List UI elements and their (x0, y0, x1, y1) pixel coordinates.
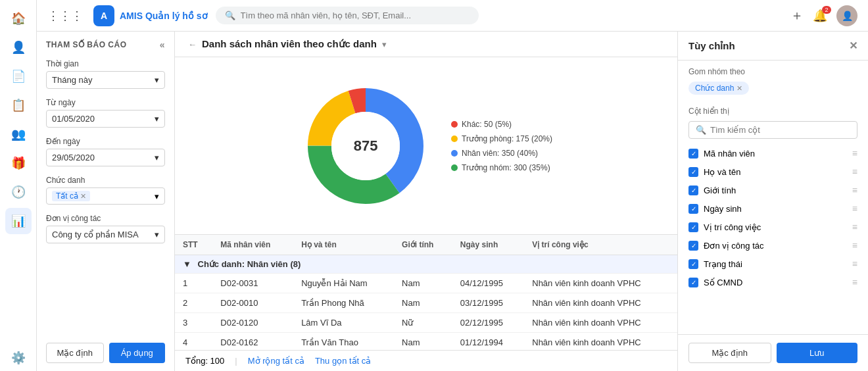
group-collapse-icon[interactable]: ▼ (183, 259, 191, 269)
legend-item-2: Nhân viên: 350 (40%) (451, 149, 552, 158)
legend-item-3: Trưởng nhóm: 300 (35%) (451, 163, 552, 172)
page-title: Danh sách nhân viên theo chức danh (202, 38, 377, 50)
col-search-input[interactable] (710, 125, 850, 135)
col-item-3: ✓ Ngày sinh ≡ (678, 199, 868, 218)
col-item-left-2: ✓ Giới tính (688, 186, 736, 195)
collapse-all-link[interactable]: Thu gọn tất cả (315, 356, 371, 366)
col-checkbox-1[interactable]: ✓ (688, 167, 698, 177)
nav-settings[interactable]: ⚙️ (5, 345, 32, 371)
col-item-left-7: ✓ Số CMND (688, 278, 742, 287)
col-item-6: ✓ Trạng thái ≡ (678, 255, 868, 273)
nav-home[interactable]: 🏠 (5, 5, 32, 32)
cell-ma-2: D02-0120 (212, 313, 293, 333)
time-label: Thời gian (37, 55, 174, 70)
position-select[interactable]: Tất cả ✕ ▾ (46, 187, 165, 205)
col-checkbox-6[interactable]: ✓ (688, 259, 698, 269)
cell-gt-0: Nam (394, 274, 452, 293)
group-tag-close-btn[interactable]: ✕ (736, 84, 742, 93)
legend-dot-1 (451, 136, 458, 142)
col-drag-handle-3[interactable]: ≡ (852, 203, 857, 214)
nav-user[interactable]: 👤 (5, 34, 32, 61)
cell-ns-0: 04/12/1995 (452, 274, 524, 293)
col-checkbox-5[interactable]: ✓ (688, 241, 698, 251)
col-checkbox-0[interactable]: ✓ (688, 149, 698, 159)
col-drag-handle-2[interactable]: ≡ (852, 185, 857, 195)
unit-select[interactable]: Công ty cổ phần MISA ▾ (46, 226, 165, 243)
col-label-1: Họ và tên (704, 167, 740, 177)
col-label-0: Mã nhân viên (704, 149, 755, 159)
cell-ten-3: Trần Văn Thao (293, 333, 394, 351)
col-drag-handle-1[interactable]: ≡ (852, 166, 857, 177)
col-checkbox-3[interactable]: ✓ (688, 204, 698, 214)
right-panel-close-btn[interactable]: ✕ (849, 39, 857, 52)
nav-docs[interactable]: 📄 (5, 63, 32, 89)
col-drag-handle-0[interactable]: ≡ (852, 148, 857, 159)
nav-time[interactable]: 🕐 (5, 179, 32, 205)
col-drag-handle-4[interactable]: ≡ (852, 222, 857, 232)
employee-table: STT Mã nhân viên Họ và tên Giới tính Ngà… (175, 235, 677, 350)
cell-vitri-2: Nhân viên kinh doanh VPHC (524, 313, 677, 333)
time-select[interactable]: Tháng này ▾ (46, 71, 165, 89)
cell-ns-2: 02/12/1995 (452, 313, 524, 333)
avatar[interactable]: 👤 (836, 5, 857, 26)
cell-ten-2: Lâm Vĩ Da (293, 313, 394, 333)
nav-chart[interactable]: 📊 (5, 208, 32, 234)
col-drag-handle-6[interactable]: ≡ (852, 259, 857, 269)
col-drag-handle-7[interactable]: ≡ (852, 277, 857, 287)
right-save-button[interactable]: Lưu (777, 343, 858, 363)
cell-ma-3: D02-0162 (212, 333, 293, 351)
group-tag-row: Chức danh ✕ (678, 79, 868, 100)
right-panel-footer: Mặc định Lưu (678, 334, 868, 371)
search-icon: 🔍 (225, 11, 235, 20)
col-item-2: ✓ Giới tính ≡ (678, 181, 868, 199)
panel-collapse-btn[interactable]: « (160, 39, 165, 50)
nav-gift[interactable]: 🎁 (5, 150, 32, 176)
grid-icon[interactable]: ⋮⋮⋮ (47, 9, 83, 23)
back-arrow[interactable]: ← (188, 39, 197, 49)
col-item-left-3: ✓ Ngày sinh (688, 204, 742, 214)
col-item-left-1: ✓ Họ và tên (688, 167, 740, 177)
col-search-box[interactable]: 🔍 (688, 121, 857, 139)
position-tag: Tất cả ✕ (52, 191, 90, 201)
search-input[interactable] (241, 11, 470, 20)
top-bar-right: ＋ 🔔 2 👤 (790, 5, 857, 26)
col-ten: Họ và tên (293, 235, 394, 255)
cell-stt-3: 4 (175, 333, 212, 351)
cell-ma-0: D02-0031 (212, 274, 293, 293)
add-icon[interactable]: ＋ (790, 7, 804, 24)
search-bar[interactable]: 🔍 (216, 7, 479, 24)
breadcrumb-chevron-icon[interactable]: ▾ (382, 39, 387, 49)
group-label[interactable]: ▼ Chức danh: Nhân viên (8) (175, 255, 677, 274)
col-label-5: Đơn vị công tác (704, 241, 764, 251)
position-tag-close[interactable]: ✕ (80, 192, 86, 201)
table-header-row: STT Mã nhân viên Họ và tên Giới tính Ngà… (175, 235, 677, 255)
expand-all-link[interactable]: Mở rộng tất cả (248, 356, 304, 366)
nav-group[interactable]: 👥 (5, 121, 32, 147)
cell-stt-2: 3 (175, 313, 212, 333)
cell-stt-1: 2 (175, 293, 212, 313)
nav-list[interactable]: 📋 (5, 92, 32, 118)
col-checkbox-4[interactable]: ✓ (688, 222, 698, 232)
top-bar: ⋮⋮⋮ A AMIS Quản lý hồ sơ 🔍 ＋ 🔔 2 👤 (37, 0, 868, 32)
default-button[interactable]: Mặc định (46, 343, 104, 363)
right-default-button[interactable]: Mặc định (688, 343, 771, 363)
unit-label: Đơn vị công tác (37, 210, 174, 224)
to-date-select[interactable]: 29/05/2020 ▾ (46, 149, 165, 166)
col-item-4: ✓ Vị trí công việc ≡ (678, 218, 868, 236)
legend-label-3: Trưởng nhóm: 300 (35%) (462, 163, 550, 172)
group-tag: Chức danh ✕ (688, 82, 749, 95)
col-item-left-6: ✓ Trạng thái (688, 259, 742, 269)
col-item-left-5: ✓ Đơn vị công tác (688, 241, 764, 251)
col-checkbox-7[interactable]: ✓ (688, 278, 698, 287)
col-drag-handle-5[interactable]: ≡ (852, 240, 857, 251)
donut-chart: 875 (300, 80, 431, 212)
notification-button[interactable]: 🔔 2 (813, 9, 827, 23)
col-checkbox-2[interactable]: ✓ (688, 186, 698, 195)
group-label-text: Chức danh: Nhân viên (8) (198, 259, 301, 269)
cell-vitri-1: Nhân viên kinh doanh VPHC (524, 293, 677, 313)
total-count: Tổng: 100 (185, 356, 224, 366)
apply-button[interactable]: Áp dụng (109, 343, 166, 363)
cell-ten-1: Trần Phong Nhã (293, 293, 394, 313)
to-date-value: 29/05/2020 (52, 153, 95, 162)
from-date-select[interactable]: 01/05/2020 ▾ (46, 110, 165, 128)
